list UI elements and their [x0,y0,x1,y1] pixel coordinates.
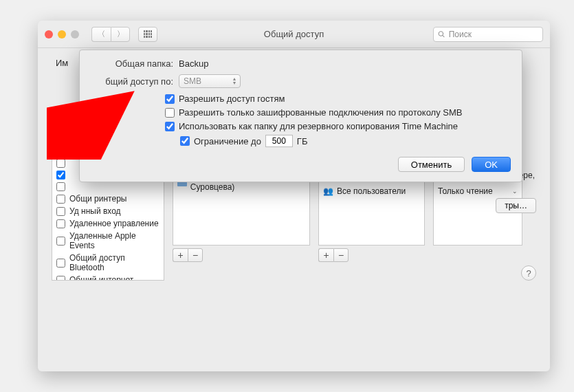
service-item[interactable]: Общи ринтеры [52,193,164,205]
service-item[interactable] [52,181,164,193]
timemachine-checkbox[interactable] [165,122,175,131]
service-checkbox[interactable] [56,195,65,204]
folder-label: Общая папка: [91,58,173,69]
search-field[interactable] [433,27,543,42]
limit-value-input[interactable] [265,135,293,147]
search-input[interactable] [449,30,538,39]
service-item[interactable]: Удаленные Apple Events [52,230,164,252]
add-folder-button[interactable]: + [173,248,188,262]
service-label: Удаленные Apple Events [69,231,159,250]
titlebar: 〈 〉 Общий доступ [38,21,550,48]
service-checkbox[interactable] [56,182,65,191]
nav-buttons: 〈 〉 [91,27,130,42]
forward-button[interactable]: 〉 [111,27,130,42]
service-label: Уд нный вход [69,206,121,216]
service-checkbox[interactable] [56,159,65,168]
service-item[interactable]: Общий доступ Bluetooth [52,252,164,274]
encrypted-label: Разрешить только зашифрованные подключен… [179,107,462,118]
protocol-label: бщий доступ по: [91,76,173,87]
permission-label: Только чтение [438,186,493,196]
protocol-value: SMB [184,76,201,86]
guest-checkbox[interactable] [165,94,175,104]
permission-item[interactable]: Только чтение⌄ [434,184,522,198]
close-icon[interactable] [45,30,53,39]
search-icon [438,30,445,39]
service-label: Общий доступ Bluetooth [69,253,159,272]
user-icon: 👥 [323,186,333,196]
limit-label-pre: Ограничение до [194,136,261,146]
guest-label: Разрешить доступ гостям [179,94,285,104]
encrypted-checkbox[interactable] [165,108,175,118]
option-guest[interactable]: Разрешить доступ гостям [165,94,511,104]
limit-unit: ГБ [297,136,308,146]
option-limit[interactable]: Ограничение до ГБ [180,135,511,147]
remove-folder-button[interactable]: − [188,248,203,262]
service-item[interactable]: Удаленное управление [52,217,164,230]
grid-icon [144,30,152,39]
minimize-icon[interactable] [58,30,66,39]
ok-button[interactable]: OK [472,157,511,172]
protocol-select[interactable]: SMB ▴▾ [179,74,241,88]
chevron-down-icon: ⌄ [512,188,518,195]
user-item[interactable]: 👥Все пользователи [319,184,424,198]
service-checkbox[interactable] [56,219,65,228]
service-checkbox[interactable] [56,171,65,179]
help-button[interactable]: ? [521,265,536,281]
back-button[interactable]: 〈 [91,27,111,42]
user-name: Все пользователи [337,186,406,196]
show-all-button[interactable] [138,27,157,42]
service-item[interactable]: Общий интернет [52,274,164,281]
option-encrypted[interactable]: Разрешить только зашифрованные подключен… [165,107,511,118]
timemachine-label: Использовать как папку для резервного ко… [179,121,458,131]
service-label: Общий интернет [69,275,133,281]
service-checkbox[interactable] [56,259,65,268]
service-checkbox[interactable] [56,237,65,246]
zoom-icon [71,30,79,39]
service-checkbox[interactable] [56,276,65,281]
cancel-button[interactable]: Отменить [398,157,465,172]
folder-value: Backup [179,58,208,69]
limit-checkbox[interactable] [180,136,190,146]
options-sheet: Общая папка: Backup бщий доступ по: SMB … [79,50,522,182]
service-label: Общи ринтеры [69,194,126,204]
parameters-button[interactable]: тры… [496,198,536,213]
remove-user-button[interactable]: − [333,248,349,262]
chevron-updown-icon: ▴▾ [233,77,236,85]
add-user-button[interactable]: + [318,248,333,262]
option-timemachine[interactable]: Использовать как папку для резервного ко… [165,121,511,131]
service-label: Удаленное управление [69,219,159,228]
traffic-lights [45,30,79,39]
service-checkbox[interactable] [56,207,65,216]
service-item[interactable]: Уд нный вход [52,205,164,217]
